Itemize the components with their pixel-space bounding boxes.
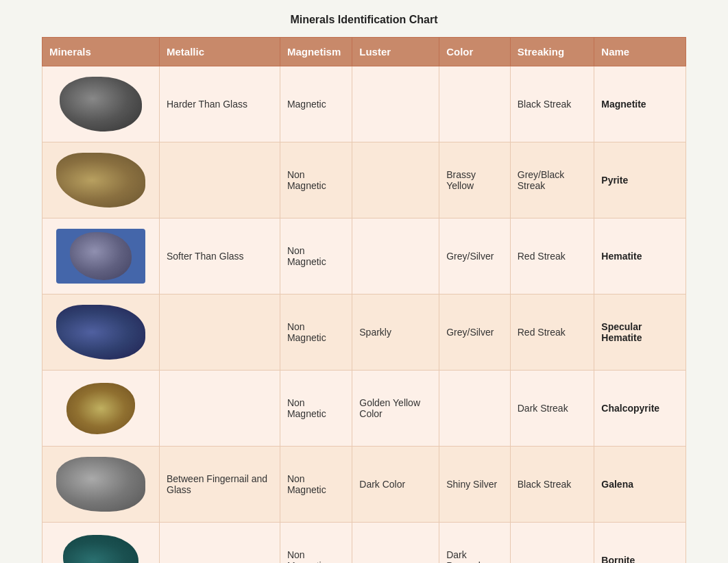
- cell-streaking-specular-hematite: Red Streak: [510, 295, 594, 371]
- chart-title: Minerals Identification Chart: [42, 14, 686, 26]
- cell-magnetism-galena: Non Magnetic: [280, 447, 352, 523]
- mineral-image-cell-hematite: [43, 218, 160, 295]
- cell-name-galena: Galena: [594, 447, 686, 523]
- table-header-row: Minerals Metallic Magnetism Luster Color…: [43, 38, 686, 66]
- cell-metallic-bornite: [160, 523, 280, 564]
- cell-streaking-bornite: [510, 523, 594, 564]
- col-header-magnetism: Magnetism: [280, 38, 352, 66]
- page-container: Minerals Identification Chart Minerals M…: [42, 14, 686, 563]
- table-row: Non MagneticBrassy YellowGrey/Black Stre…: [43, 142, 686, 218]
- cell-luster-bornite: [352, 523, 439, 564]
- mineral-image-cell-galena: [43, 447, 160, 523]
- cell-name-specular-hematite: Specular Hematite: [594, 295, 686, 371]
- cell-metallic-magnetite: Harder Than Glass: [160, 66, 280, 142]
- cell-streaking-pyrite: Grey/Black Streak: [510, 142, 594, 218]
- cell-magnetism-magnetite: Magnetic: [280, 66, 352, 142]
- cell-color-pyrite: Brassy Yellow: [439, 142, 511, 218]
- mineral-image-hematite: [49, 225, 152, 287]
- table-row: Non MagneticSparklyGrey/SilverRed Streak…: [43, 295, 686, 371]
- cell-name-pyrite: Pyrite: [594, 142, 686, 218]
- table-row: Non MagneticDark PeacockBornite: [43, 523, 686, 564]
- mineral-image-galena: [49, 453, 152, 515]
- cell-metallic-pyrite: [160, 142, 280, 218]
- cell-metallic-galena: Between Fingernail and Glass: [160, 447, 280, 523]
- mineral-image-cell-bornite: [43, 523, 160, 564]
- mineral-image-specular-hematite: [49, 301, 152, 363]
- mineral-image-cell-magnetite: [43, 66, 160, 142]
- cell-metallic-hematite: Softer Than Glass: [160, 218, 280, 295]
- mineral-image-cell-pyrite: [43, 142, 160, 218]
- cell-luster-galena: Dark Color: [352, 447, 439, 523]
- cell-magnetism-chalcopyrite: Non Magnetic: [280, 371, 352, 447]
- cell-name-hematite: Hematite: [594, 218, 686, 295]
- cell-metallic-specular-hematite: [160, 295, 280, 371]
- cell-streaking-chalcopyrite: Dark Streak: [510, 371, 594, 447]
- mineral-image-cell-chalcopyrite: [43, 371, 160, 447]
- mineral-image-magnetite: [49, 73, 152, 135]
- table-row: Non MagneticGolden Yellow ColorDark Stre…: [43, 371, 686, 447]
- cell-streaking-galena: Black Streak: [510, 447, 594, 523]
- cell-luster-pyrite: [352, 142, 439, 218]
- cell-color-galena: Shiny Silver: [439, 447, 511, 523]
- cell-luster-specular-hematite: Sparkly: [352, 295, 439, 371]
- cell-color-hematite: Grey/Silver: [439, 218, 511, 295]
- cell-name-chalcopyrite: Chalcopyrite: [594, 371, 686, 447]
- table-row: Between Fingernail and GlassNon Magnetic…: [43, 447, 686, 523]
- cell-magnetism-pyrite: Non Magnetic: [280, 142, 352, 218]
- cell-color-chalcopyrite: [439, 371, 511, 447]
- col-header-streaking: Streaking: [510, 38, 594, 66]
- col-header-minerals: Minerals: [43, 38, 160, 66]
- col-header-name: Name: [594, 38, 686, 66]
- cell-color-magnetite: [439, 66, 511, 142]
- cell-luster-chalcopyrite: Golden Yellow Color: [352, 371, 439, 447]
- cell-magnetism-hematite: Non Magnetic: [280, 218, 352, 295]
- table-row: Harder Than GlassMagneticBlack StreakMag…: [43, 66, 686, 142]
- mineral-image-bornite: [49, 529, 152, 563]
- cell-color-bornite: Dark Peacock: [439, 523, 511, 564]
- cell-name-bornite: Bornite: [594, 523, 686, 564]
- cell-streaking-hematite: Red Streak: [510, 218, 594, 295]
- table-row: Softer Than GlassNon MagneticGrey/Silver…: [43, 218, 686, 295]
- cell-color-specular-hematite: Grey/Silver: [439, 295, 511, 371]
- col-header-metallic: Metallic: [160, 38, 280, 66]
- cell-luster-hematite: [352, 218, 439, 295]
- cell-magnetism-specular-hematite: Non Magnetic: [280, 295, 352, 371]
- col-header-luster: Luster: [352, 38, 439, 66]
- cell-luster-magnetite: [352, 66, 439, 142]
- cell-streaking-magnetite: Black Streak: [510, 66, 594, 142]
- col-header-color: Color: [439, 38, 511, 66]
- cell-metallic-chalcopyrite: [160, 371, 280, 447]
- cell-magnetism-bornite: Non Magnetic: [280, 523, 352, 564]
- minerals-table: Minerals Metallic Magnetism Luster Color…: [42, 37, 686, 563]
- cell-name-magnetite: Magnetite: [594, 66, 686, 142]
- mineral-image-pyrite: [49, 149, 152, 211]
- mineral-image-chalcopyrite: [49, 377, 152, 439]
- mineral-image-cell-specular-hematite: [43, 295, 160, 371]
